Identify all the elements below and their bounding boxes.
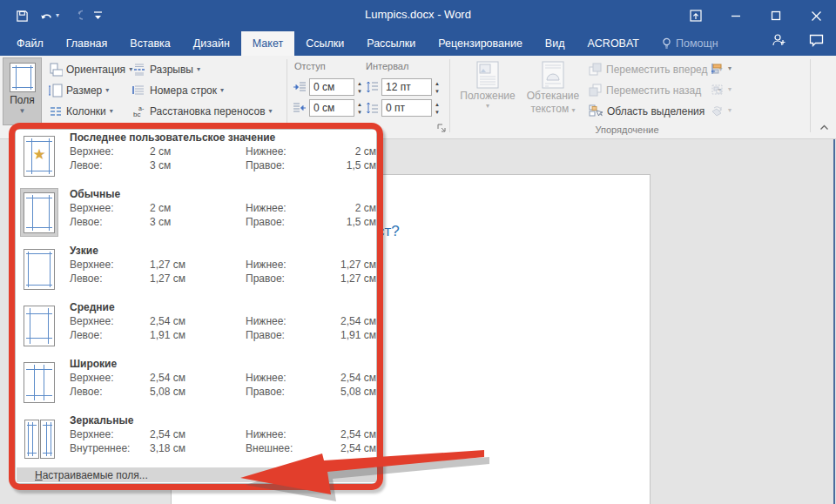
hyphenation-button[interactable]: a-bc Расстановка переносов▾: [132, 103, 273, 120]
size-button[interactable]: Размер▾: [49, 82, 109, 99]
margins-preset-icon-medium: [20, 301, 58, 350]
share-button[interactable]: [771, 33, 786, 47]
position-icon: [475, 61, 501, 89]
line-numbers-icon: [132, 84, 146, 97]
align-objects-button[interactable]: ▾: [711, 63, 732, 75]
lightbulb-icon: [662, 37, 671, 50]
size-icon: [49, 84, 63, 97]
tab-mailings[interactable]: Рассылки: [355, 31, 427, 56]
selection-pane-button[interactable]: Область выделения: [589, 104, 705, 118]
indent-left-icon: [293, 81, 307, 93]
margins-preset-icon-mirrored: [20, 414, 58, 463]
columns-button[interactable]: Колонки▾: [49, 103, 113, 120]
indent-left-input[interactable]: [309, 78, 354, 96]
orientation-icon: [49, 63, 63, 77]
group-objects-button-disabled: ▾: [711, 84, 732, 96]
wrap-text-icon: [540, 61, 566, 89]
margins-preset-icon-last-custom: ★: [20, 131, 58, 180]
orientation-button[interactable]: Ориентация▾: [49, 61, 132, 78]
collapse-ribbon-button[interactable]: [819, 124, 829, 131]
tab-home[interactable]: Главная: [55, 31, 119, 56]
ribbon: Поля ▼ Ориентация▾ Размер▾ Колонки▾ Разр…: [0, 56, 836, 139]
margins-button[interactable]: Поля ▼: [3, 57, 42, 125]
tab-references[interactable]: Ссылки: [294, 31, 355, 56]
close-button[interactable]: [796, 0, 836, 31]
spacing-before-icon: [366, 81, 379, 93]
menu-item-wide[interactable]: Широкие Верхнее:2,54 см Нижнее:2,54 см Л…: [16, 356, 376, 413]
paragraph-dialog-launcher[interactable]: [435, 122, 448, 134]
window-right-border: [833, 139, 835, 504]
tab-file[interactable]: Файл: [5, 31, 55, 56]
position-button-disabled: Положение ▾: [456, 61, 519, 110]
tab-design[interactable]: Дизайн: [182, 31, 241, 56]
hyphenation-icon: a-bc: [132, 104, 146, 118]
margins-preset-icon-wide: [20, 358, 58, 407]
spacing-before-spinner[interactable]: ▲▼: [435, 81, 440, 94]
minimize-button[interactable]: [716, 0, 756, 31]
word-window: ▾ Lumpics.docx - Word: [0, 0, 836, 504]
comments-button[interactable]: [809, 34, 824, 47]
bring-forward-button-disabled: Переместить вперед ▾: [589, 63, 723, 76]
align-objects-icon: [711, 63, 724, 75]
custom-margins-menu-item[interactable]: Настраиваемые поля...: [17, 467, 377, 482]
tab-insert[interactable]: Вставка: [118, 31, 181, 56]
breaks-button[interactable]: Разрывы▾: [132, 61, 200, 78]
margins-preset-icon-narrow: [20, 245, 58, 293]
spacing-after-spinner[interactable]: ▲▼: [435, 102, 440, 115]
selection-pane-icon: [589, 104, 603, 118]
svg-text:bc: bc: [133, 111, 140, 118]
spacing-label: Интервал: [366, 61, 408, 71]
indent-label: Отступ: [294, 61, 326, 71]
spacing-before-input[interactable]: [381, 78, 432, 96]
tab-layout[interactable]: Макет: [241, 31, 294, 56]
bring-forward-icon: [589, 63, 602, 76]
line-numbers-button[interactable]: Номера строк▾: [132, 82, 224, 99]
title-bar: ▾ Lumpics.docx - Word: [0, 0, 836, 31]
menu-item-medium[interactable]: Средние Верхнее:2,54 см Нижнее:2,54 см Л…: [16, 299, 376, 356]
page-breaks-icon: [132, 63, 146, 77]
tab-view[interactable]: Вид: [534, 31, 576, 56]
spacing-after-input[interactable]: [381, 99, 432, 117]
rotate-objects-button-disabled: ▾: [711, 104, 732, 117]
menu-item-normal[interactable]: Обычные Верхнее:2 см Нижнее:2 см Левое:3…: [16, 186, 376, 243]
maximize-button[interactable]: [756, 0, 796, 31]
margins-dropdown-menu: ★ Последнее пользовательское значение Ве…: [15, 129, 377, 484]
menu-item-mirrored[interactable]: Зеркальные Верхнее:2,54 см Нижнее:2,54 с…: [16, 413, 376, 469]
columns-icon: [49, 104, 63, 118]
indent-left-spinner[interactable]: ▲▼: [357, 81, 362, 94]
ribbon-display-options-button[interactable]: [676, 0, 716, 31]
indent-right-spinner[interactable]: ▲▼: [357, 102, 362, 115]
indent-right-icon: [293, 102, 307, 114]
send-backward-icon: [589, 84, 602, 97]
tab-tell-me[interactable]: Помощн: [651, 31, 730, 56]
rotate-objects-icon: [711, 104, 724, 117]
menu-item-last-custom[interactable]: ★ Последнее пользовательское значение Ве…: [16, 130, 376, 186]
group-separator: [810, 59, 811, 132]
tab-acrobat[interactable]: ACROBAT: [576, 31, 651, 56]
group-separator: [449, 59, 450, 132]
wrap-text-button-disabled: Обтекание текстом ▾: [522, 61, 583, 115]
send-backward-button-disabled: Переместить назад ▾: [589, 84, 721, 97]
tab-review[interactable]: Рецензирование: [427, 31, 534, 56]
spacing-after-icon: [366, 102, 379, 114]
indent-right-input[interactable]: [309, 99, 354, 117]
ribbon-tab-row: Файл Главная Вставка Дизайн Макет Ссылки…: [0, 31, 836, 56]
group-separator: [287, 59, 287, 132]
arrange-group-label: Упорядочение: [549, 124, 705, 135]
margins-preset-icon-normal: [20, 188, 58, 237]
group-objects-icon: [711, 84, 724, 96]
menu-item-narrow[interactable]: Узкие Верхнее:1,27 см Нижнее:1,27 см Лев…: [16, 243, 376, 299]
margins-button-icon: [10, 63, 36, 92]
